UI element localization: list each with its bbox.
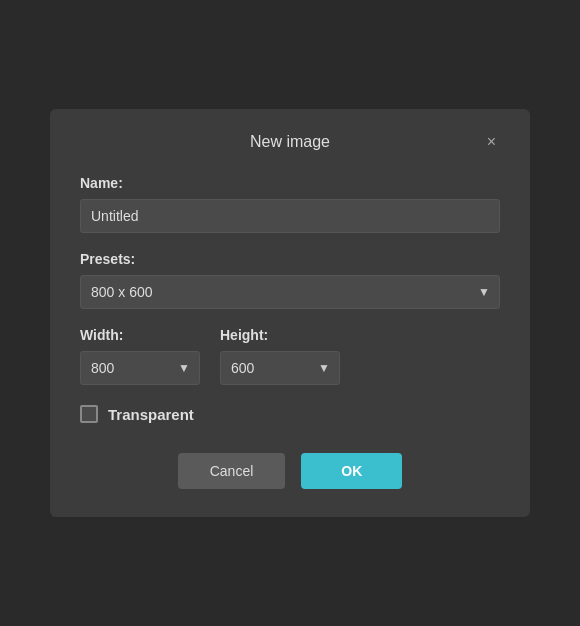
transparent-checkbox[interactable] (80, 405, 98, 423)
cancel-button[interactable]: Cancel (178, 453, 286, 489)
dimensions-row: Width: 800 1024 1280 1920 ▼ Height: 600 (80, 327, 500, 385)
name-input[interactable] (80, 199, 500, 233)
width-label: Width: (80, 327, 200, 343)
presets-select[interactable]: 800 x 600 1024 x 768 1280 x 720 1920 x 1… (80, 275, 500, 309)
button-row: Cancel OK (80, 453, 500, 489)
presets-select-wrapper: 800 x 600 1024 x 768 1280 x 720 1920 x 1… (80, 275, 500, 309)
height-field: Height: 600 768 720 1080 ▼ (220, 327, 340, 385)
close-button[interactable]: × (483, 132, 500, 152)
overlay: New image × Name: Presets: 800 x 600 102… (0, 0, 580, 626)
name-label: Name: (80, 175, 500, 191)
transparent-row: Transparent (80, 405, 500, 423)
transparent-label: Transparent (108, 406, 194, 423)
ok-button[interactable]: OK (301, 453, 402, 489)
height-select[interactable]: 600 768 720 1080 (220, 351, 340, 385)
width-field: Width: 800 1024 1280 1920 ▼ (80, 327, 200, 385)
presets-label: Presets: (80, 251, 500, 267)
dialog-header: New image × (80, 133, 500, 151)
width-select[interactable]: 800 1024 1280 1920 (80, 351, 200, 385)
name-field-group: Name: (80, 175, 500, 233)
dialog-title: New image (250, 133, 330, 151)
height-select-wrapper: 600 768 720 1080 ▼ (220, 351, 340, 385)
dialog: New image × Name: Presets: 800 x 600 102… (50, 109, 530, 517)
height-label: Height: (220, 327, 340, 343)
width-select-wrapper: 800 1024 1280 1920 ▼ (80, 351, 200, 385)
presets-field-group: Presets: 800 x 600 1024 x 768 1280 x 720… (80, 251, 500, 309)
